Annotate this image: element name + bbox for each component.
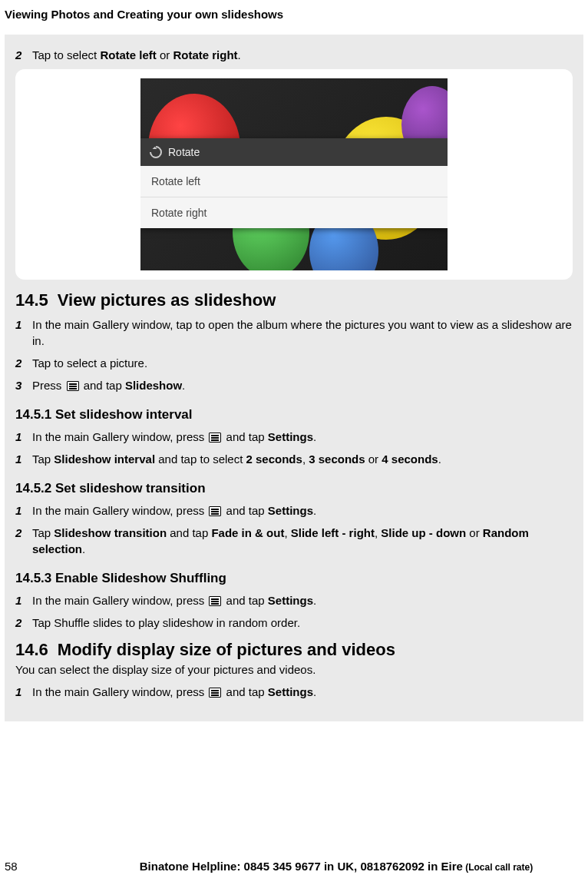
rotate-right-option[interactable]: Rotate right	[140, 197, 448, 228]
step-number: 1	[15, 592, 32, 608]
bold-settings: Settings	[268, 504, 313, 517]
text-part: In the main Gallery window, press	[32, 430, 207, 443]
section-14-5-1-heading: 14.5.1 Set slideshow interval	[15, 407, 573, 423]
bold-3s: 3 seconds	[309, 452, 365, 466]
text-part: Tap	[32, 526, 54, 539]
text-part: .	[438, 452, 441, 466]
rotate-dialog: Rotate Rotate left Rotate right	[140, 138, 448, 228]
text-part: and tap to select	[155, 452, 246, 466]
device-screenshot: Rotate Rotate left Rotate right	[140, 78, 448, 270]
page-number: 58	[5, 860, 89, 873]
text-part: and tap	[223, 594, 267, 607]
step-number: 1	[15, 429, 32, 445]
section-intro: You can select the display size of your …	[15, 661, 573, 678]
step-text: In the main Gallery window, press and ta…	[32, 502, 573, 519]
step-number: 1	[15, 317, 32, 333]
text-part: and tap	[223, 430, 267, 443]
step-text: Tap Shuffle slides to play slideshow in …	[32, 615, 573, 631]
bold-slideshow: Slideshow	[125, 379, 182, 392]
text-part: and tap	[81, 379, 125, 392]
footer-helpline: Binatone Helpline: 0845 345 9677 in UK, …	[89, 860, 583, 873]
helpline-text: Binatone Helpline: 0845 345 9677 in UK, …	[140, 860, 463, 873]
section-14-5-heading: 14.5View pictures as slideshow	[15, 290, 573, 310]
text-part: .	[313, 685, 316, 698]
step-text: In the main Gallery window, press and ta…	[32, 429, 573, 445]
text-part: .	[313, 504, 316, 517]
step-text: In the main Gallery window, press and ta…	[32, 592, 573, 608]
bold-rotate-left: Rotate left	[100, 48, 156, 61]
text-part: or	[365, 452, 382, 466]
menu-icon	[209, 688, 221, 698]
step-text: Tap Slideshow transition and tap Fade in…	[32, 525, 573, 557]
section-14-5-2-heading: 14.5.2 Set slideshow transition	[15, 481, 573, 496]
call-rate: (Local call rate)	[463, 862, 533, 873]
bold-settings: Settings	[268, 430, 313, 443]
rotate-step: 2 Tap to select Rotate left or Rotate ri…	[15, 47, 573, 63]
bold-slideshow-interval: Slideshow interval	[54, 452, 155, 466]
text-part: In the main Gallery window, press	[32, 685, 207, 698]
step-number: 1	[15, 451, 32, 467]
step-text: Tap Slideshow interval and tap to select…	[32, 451, 573, 467]
step-number: 2	[15, 615, 32, 631]
step-number: 2	[15, 47, 32, 63]
section-title: Modify display size of pictures and vide…	[58, 640, 395, 659]
step-text: In the main Gallery window, press and ta…	[32, 684, 573, 700]
bold-settings: Settings	[268, 685, 313, 698]
step-number: 3	[15, 377, 32, 393]
bold-slide-lr: Slide left - right	[291, 526, 375, 539]
menu-icon	[67, 381, 79, 391]
step-text: In the main Gallery window, tap to open …	[32, 317, 573, 349]
bold-2s: 2 seconds	[246, 452, 302, 466]
screenshot-container: Rotate Rotate left Rotate right	[15, 69, 573, 280]
rotate-dialog-header: Rotate	[140, 138, 448, 166]
menu-icon	[209, 506, 221, 516]
page-header: Viewing Photos and Creating your own sli…	[0, 0, 588, 35]
rotate-left-option[interactable]: Rotate left	[140, 166, 448, 197]
text-part: In the main Gallery window, press	[32, 504, 207, 517]
rotate-icon	[147, 144, 165, 161]
step-number: 2	[15, 355, 32, 371]
bold-slideshow-transition: Slideshow transition	[54, 526, 167, 539]
text-part: ,	[302, 452, 309, 466]
text-part: or	[466, 526, 483, 539]
step-number: 1	[15, 684, 32, 700]
section-14-6-heading: 14.6Modify display size of pictures and …	[15, 640, 573, 660]
text-part: Press	[32, 379, 65, 392]
text-part: .	[313, 430, 316, 443]
bold-4s: 4 seconds	[382, 452, 438, 466]
step-row: 1 Tap Slideshow interval and tap to sele…	[15, 451, 573, 467]
step-row: 1 In the main Gallery window, press and …	[15, 429, 573, 445]
text-part: ,	[284, 526, 290, 539]
bold-settings: Settings	[268, 594, 313, 607]
rotate-dialog-title: Rotate	[168, 146, 200, 158]
step-text: Press and tap Slideshow.	[32, 377, 573, 393]
text-part: and tap	[167, 526, 211, 539]
step-row: 2 Tap to select a picture.	[15, 355, 573, 371]
bold-rotate-right: Rotate right	[173, 48, 237, 61]
text-part: .	[238, 48, 241, 61]
step-row: 3 Press and tap Slideshow.	[15, 377, 573, 393]
step-text: Tap to select a picture.	[32, 355, 573, 371]
step-row: 1 In the main Gallery window, press and …	[15, 592, 573, 608]
step-number: 1	[15, 502, 32, 519]
text-part: .	[313, 594, 316, 607]
text-part: In the main Gallery window, press	[32, 594, 207, 607]
menu-icon	[209, 596, 221, 606]
text-part: .	[82, 542, 85, 555]
step-row: 1 In the main Gallery window, tap to ope…	[15, 317, 573, 349]
text-part: and tap	[223, 685, 267, 698]
step-number: 2	[15, 525, 32, 541]
section-number: 14.6	[15, 640, 48, 660]
text-part: Tap to select	[32, 48, 100, 61]
section-title: View pictures as slideshow	[58, 290, 276, 310]
section-number: 14.5	[15, 290, 48, 310]
step-text: Tap to select Rotate left or Rotate righ…	[32, 47, 573, 63]
text-part: .	[182, 379, 185, 392]
step-row: 1 In the main Gallery window, press and …	[15, 684, 573, 700]
step-row: 2 Tap Shuffle slides to play slideshow i…	[15, 615, 573, 631]
bold-fade: Fade in & out	[211, 526, 284, 539]
step-row: 1 In the main Gallery window, press and …	[15, 502, 573, 519]
menu-icon	[209, 433, 221, 442]
content-area: 2 Tap to select Rotate left or Rotate ri…	[5, 35, 583, 721]
page-footer: 58 Binatone Helpline: 0845 345 9677 in U…	[5, 860, 583, 873]
